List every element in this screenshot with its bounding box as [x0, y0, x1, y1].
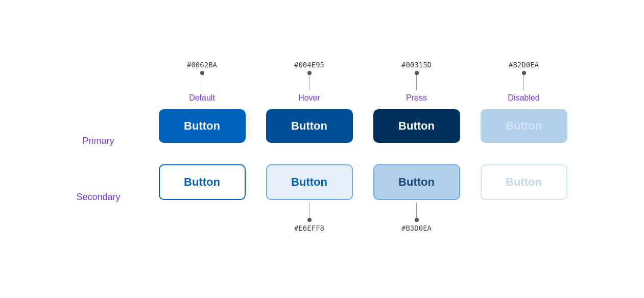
disabled-top-annotation: #B2D0EA Disabled [470, 55, 578, 106]
secondary-press-button[interactable]: Button [373, 164, 460, 200]
secondary-disabled-button: Button [481, 164, 567, 200]
secondary-row-label-cell: Secondary [67, 162, 149, 203]
hover-bottom-line [309, 203, 310, 218]
hover-top-annotation: #004E95 Hover [256, 55, 363, 106]
press-top-annotation: #00315D Press [363, 55, 470, 106]
primary-default-hex: #0062BA [187, 61, 217, 69]
spacer-col2 [149, 146, 256, 162]
primary-disabled-hex: #B2D0EA [509, 61, 539, 69]
secondary-hover-bottom-annotation: #E6EFF8 [256, 203, 363, 243]
secondary-default-button[interactable]: Button [159, 164, 246, 200]
secondary-default-cell: Button [149, 162, 256, 203]
secondary-label: Secondary [76, 192, 130, 203]
hover-state-label: Hover [298, 93, 320, 103]
secondary-hover-cell: Button [256, 162, 363, 203]
spacer-col4 [363, 146, 470, 162]
hover-bottom-dot [307, 218, 312, 222]
spacer-col3 [256, 146, 363, 162]
primary-press-hex: #00315D [401, 61, 432, 69]
disabled-line-top [523, 75, 524, 90]
secondary-press-cell: Button [363, 162, 470, 203]
empty-top-left [67, 55, 149, 106]
spacer-col5 [470, 146, 578, 162]
primary-press-button[interactable]: Button [373, 109, 460, 143]
secondary-press-bottom-annotation: #B3D0EA [363, 203, 470, 243]
secondary-hover-button[interactable]: Button [266, 164, 353, 200]
secondary-press-hex: #B3D0EA [401, 224, 432, 232]
primary-disabled-cell: Button [470, 106, 578, 146]
primary-disabled-button: Button [481, 109, 567, 143]
primary-default-cell: Button [149, 106, 256, 146]
default-state-label: Default [189, 93, 215, 103]
secondary-disabled-bottom [470, 203, 578, 243]
press-dot-line [415, 71, 419, 90]
primary-label: Primary [83, 136, 125, 146]
primary-default-button[interactable]: Button [159, 109, 246, 143]
press-bottom-dot [415, 218, 419, 222]
default-dot-line [200, 71, 204, 90]
spacer-row [67, 146, 149, 162]
secondary-default-bottom [149, 203, 256, 243]
secondary-disabled-cell: Button [470, 162, 578, 203]
default-dot [200, 71, 204, 75]
press-state-label: Press [406, 93, 427, 103]
empty-bottom-left [67, 203, 149, 243]
primary-hover-button[interactable]: Button [266, 109, 353, 143]
primary-hover-hex: #004E95 [294, 61, 324, 69]
hover-dot-line [307, 71, 312, 90]
default-line-top [202, 75, 203, 90]
press-line-top [416, 75, 417, 90]
primary-row-label-cell: Primary [67, 106, 149, 146]
press-bottom-dot-line [415, 203, 419, 222]
disabled-dot [522, 71, 526, 75]
primary-press-cell: Button [363, 106, 470, 146]
primary-hover-cell: Button [256, 106, 363, 146]
press-bottom-line [416, 203, 417, 218]
hover-line-top [309, 75, 310, 90]
hover-bottom-dot-line [307, 203, 312, 222]
hover-dot [307, 71, 312, 75]
default-top-annotation: #0062BA Default [149, 55, 256, 106]
secondary-hover-hex: #E6EFF8 [294, 224, 324, 232]
button-states-diagram: #0062BA Default #004E95 Hover #00315D Pr… [67, 55, 578, 243]
disabled-state-label: Disabled [508, 93, 539, 103]
press-dot [415, 71, 419, 75]
disabled-dot-line [522, 71, 526, 90]
